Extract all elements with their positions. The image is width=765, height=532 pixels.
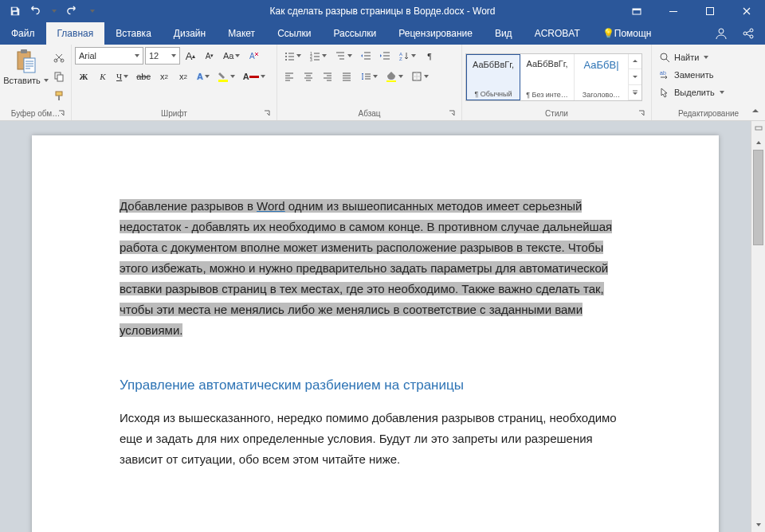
align-center-button[interactable] bbox=[300, 68, 317, 85]
borders-button[interactable] bbox=[408, 68, 432, 85]
sign-in-icon[interactable] bbox=[709, 22, 733, 45]
paragraph-launcher[interactable] bbox=[447, 108, 457, 118]
group-label-styles: Стили bbox=[465, 108, 648, 120]
tab-home[interactable]: Главная bbox=[46, 22, 105, 45]
tab-file[interactable]: Файл bbox=[0, 22, 46, 45]
svg-rect-21 bbox=[249, 76, 259, 78]
sort-button[interactable]: AZ bbox=[395, 47, 419, 65]
line-spacing-button[interactable] bbox=[357, 68, 381, 85]
scroll-thumb[interactable] bbox=[753, 150, 763, 245]
clipboard-launcher[interactable] bbox=[57, 108, 66, 118]
change-case-button[interactable]: Aa bbox=[220, 47, 243, 65]
strikethrough-button[interactable]: abc bbox=[133, 68, 154, 85]
maximize-icon[interactable] bbox=[692, 0, 728, 22]
numbering-button[interactable]: 123 bbox=[306, 47, 330, 65]
tab-review[interactable]: Рецензирование bbox=[387, 22, 484, 45]
svg-point-9 bbox=[750, 35, 753, 38]
svg-rect-12 bbox=[24, 58, 35, 72]
group-editing: Найти ab Заменить Выделить Редактировани… bbox=[652, 45, 765, 120]
tell-me-label: Помощн bbox=[614, 28, 652, 39]
undo-icon[interactable] bbox=[26, 2, 43, 20]
tab-insert[interactable]: Вставка bbox=[104, 22, 163, 45]
select-icon bbox=[658, 86, 671, 99]
paste-button[interactable]: Вставить bbox=[3, 47, 49, 87]
save-icon[interactable] bbox=[6, 2, 24, 20]
cut-button[interactable] bbox=[50, 49, 68, 66]
tab-references[interactable]: Ссылки bbox=[266, 22, 322, 45]
svg-rect-1 bbox=[13, 12, 17, 15]
font-size-combo[interactable]: 12 bbox=[145, 47, 180, 65]
italic-button[interactable]: К bbox=[94, 68, 112, 85]
tab-tell-me[interactable]: 💡 Помощн bbox=[591, 22, 663, 45]
svg-rect-4 bbox=[669, 11, 677, 12]
svg-point-24 bbox=[285, 59, 287, 61]
group-label-clipboard: Буфер обм… bbox=[3, 108, 68, 120]
gallery-up-icon[interactable] bbox=[629, 54, 641, 69]
body-paragraph[interactable]: Исходя из вышесказанного, нередко помимо… bbox=[120, 408, 631, 470]
find-icon bbox=[658, 51, 671, 64]
tab-view[interactable]: Вид bbox=[484, 22, 524, 45]
minimize-icon[interactable] bbox=[655, 0, 692, 22]
tab-mailings[interactable]: Рассылки bbox=[322, 22, 387, 45]
bold-button[interactable]: Ж bbox=[75, 68, 92, 85]
format-painter-button[interactable] bbox=[50, 87, 68, 104]
word-link[interactable]: Word bbox=[257, 199, 285, 213]
grow-font-button[interactable]: A▴ bbox=[182, 47, 199, 65]
clear-formatting-button[interactable]: A bbox=[245, 47, 262, 65]
superscript-button[interactable]: x2 bbox=[175, 68, 192, 85]
decrease-indent-button[interactable] bbox=[357, 47, 375, 65]
selected-paragraph[interactable]: Добавление разрывов в Word одним из выше… bbox=[120, 196, 631, 341]
style-normal[interactable]: АаБбВвГг, ¶ Обычный bbox=[466, 54, 520, 100]
scroll-track[interactable] bbox=[751, 150, 765, 518]
gallery-more-icon[interactable] bbox=[629, 85, 641, 100]
ribbon-display-icon[interactable] bbox=[618, 0, 655, 22]
svg-text:3: 3 bbox=[310, 57, 312, 61]
gallery-down-icon[interactable] bbox=[629, 69, 641, 84]
scroll-up-icon[interactable] bbox=[751, 135, 765, 150]
increase-indent-button[interactable] bbox=[376, 47, 394, 65]
tab-layout[interactable]: Макет bbox=[217, 22, 266, 45]
style-no-spacing[interactable]: АаБбВвГг, ¶ Без инте… bbox=[520, 54, 575, 100]
qat-customize-dropdown[interactable] bbox=[83, 2, 100, 20]
copy-button[interactable] bbox=[50, 68, 68, 85]
svg-point-22 bbox=[285, 53, 287, 54]
show-marks-button[interactable]: ¶ bbox=[421, 47, 438, 65]
shrink-font-button[interactable]: A▾ bbox=[201, 47, 218, 65]
heading-auto-pagination[interactable]: Управление автоматическим разбиением на … bbox=[120, 377, 631, 393]
ruler-toggle-icon[interactable] bbox=[751, 121, 765, 135]
underline-button[interactable]: Ч bbox=[113, 68, 131, 85]
justify-button[interactable] bbox=[338, 68, 355, 85]
collapse-ribbon-icon[interactable] bbox=[749, 104, 762, 117]
scroll-down-icon[interactable] bbox=[751, 518, 765, 532]
share-icon[interactable] bbox=[736, 22, 760, 45]
window-title: Как сделать разрыв страницы в Ворде.docx… bbox=[269, 6, 495, 17]
align-left-button[interactable] bbox=[280, 68, 298, 85]
multilevel-list-button[interactable] bbox=[332, 47, 355, 65]
styles-launcher[interactable] bbox=[637, 108, 646, 118]
style-heading1[interactable]: АаБбВ| Заголово… bbox=[575, 54, 629, 100]
replace-button[interactable]: ab Заменить bbox=[655, 66, 728, 84]
subscript-button[interactable]: x2 bbox=[155, 68, 173, 85]
paste-icon bbox=[14, 49, 39, 74]
undo-dropdown[interactable] bbox=[45, 2, 62, 20]
document-scroll[interactable]: Добавление разрывов в Word одним из выше… bbox=[0, 121, 751, 532]
tab-design[interactable]: Дизайн bbox=[163, 22, 217, 45]
title-bar: Как сделать разрыв страницы в Ворде.docx… bbox=[0, 0, 765, 22]
font-name-combo[interactable]: Arial bbox=[75, 47, 143, 65]
highlight-button[interactable] bbox=[214, 68, 238, 85]
bullets-button[interactable] bbox=[280, 47, 304, 65]
font-launcher[interactable] bbox=[262, 108, 272, 118]
redo-icon[interactable] bbox=[64, 2, 81, 20]
select-button[interactable]: Выделить bbox=[655, 84, 728, 101]
svg-rect-0 bbox=[13, 8, 17, 11]
page[interactable]: Добавление разрывов в Word одним из выше… bbox=[32, 135, 719, 532]
shading-button[interactable] bbox=[382, 68, 406, 85]
svg-rect-34 bbox=[755, 127, 762, 130]
text-effects-button[interactable]: A bbox=[194, 68, 213, 85]
close-icon[interactable] bbox=[728, 0, 765, 22]
tab-acrobat[interactable]: ACROBAT bbox=[524, 22, 591, 45]
quick-access-toolbar bbox=[0, 2, 100, 20]
find-button[interactable]: Найти bbox=[655, 49, 728, 66]
font-color-button[interactable]: A bbox=[240, 68, 269, 85]
align-right-button[interactable] bbox=[319, 68, 336, 85]
